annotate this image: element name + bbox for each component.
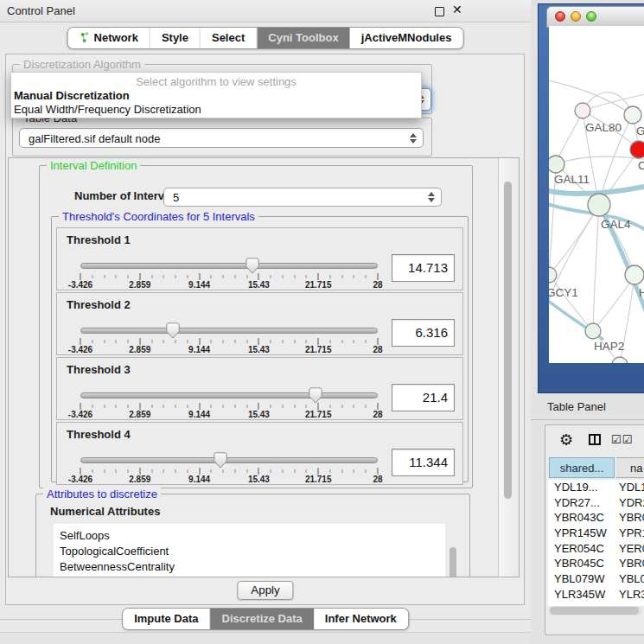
tab-label: Select	[212, 31, 245, 44]
threshold-value-box[interactable]: 14.713	[392, 254, 455, 282]
settings-vertical-scrollbar[interactable]	[498, 158, 519, 577]
node-h[interactable]	[625, 265, 644, 284]
minimize-traffic-light-icon[interactable]	[571, 11, 581, 22]
slider-handle[interactable]	[214, 452, 227, 469]
tick-mark	[223, 469, 224, 473]
zoom-traffic-light-icon[interactable]	[586, 11, 596, 22]
slider-track[interactable]	[80, 392, 378, 399]
tab-select[interactable]: Select	[201, 28, 257, 48]
tick-mark	[234, 275, 235, 278]
tick-mark	[282, 405, 283, 408]
tick-mark	[128, 469, 129, 473]
table-row[interactable]: YBR043CYBR043C	[548, 510, 644, 526]
numerical-attributes-list[interactable]: SelfLoopsTopologicalCoefficientBetweenne…	[54, 524, 445, 577]
threshold-slider[interactable]: -3.4262.8599.14415.4321.71528	[80, 259, 378, 289]
attributes-list-scrollbar[interactable]	[448, 524, 459, 577]
tick-mark	[223, 405, 224, 408]
tick-mark	[354, 469, 354, 473]
tick-mark	[294, 469, 295, 473]
node-unlabeled-pink[interactable]	[575, 103, 590, 118]
network-edge	[593, 275, 634, 331]
interval-definition-title: Interval Definition	[47, 159, 140, 172]
table-row[interactable]: YDR27...YDR27...	[548, 495, 644, 511]
tick-label: -3.426	[68, 345, 92, 354]
table-rows[interactable]: YDL19...YDL19...YDR27...YDR27...YBR043CY…	[548, 480, 644, 606]
slider-track[interactable]	[80, 328, 378, 334]
apply-button[interactable]: Apply	[237, 581, 293, 600]
attribute-list-item[interactable]: SelfLoops	[54, 528, 445, 544]
bottom-tab-infer-network[interactable]: Infer Network	[314, 609, 408, 629]
tick-label: -3.426	[68, 475, 92, 484]
table-row[interactable]: YBR045CYBR045C	[548, 556, 644, 571]
table-horizontal-scrollbar[interactable]	[549, 606, 642, 615]
select-columns-icons[interactable]: ☑☑	[611, 433, 633, 446]
tick-mark	[246, 340, 247, 343]
network-window-titlebar[interactable]	[546, 6, 644, 28]
bottom-strip	[0, 632, 531, 644]
threshold-value-box[interactable]: 6.316	[392, 319, 455, 347]
node-red[interactable]	[630, 141, 644, 158]
tab-jactivemnodules[interactable]: jActiveMNodules	[350, 28, 463, 48]
column-header-name[interactable]: na	[616, 457, 644, 478]
cell-shared-name: YDR27...	[554, 495, 600, 511]
slider-track[interactable]	[80, 457, 378, 463]
tab-cyni-toolbox[interactable]: Cyni Toolbox	[257, 28, 349, 48]
tick-mark	[366, 405, 367, 408]
scrollbar-thumb[interactable]	[550, 607, 639, 615]
tick-mark	[211, 469, 212, 473]
scrollbar-thumb[interactable]	[504, 182, 512, 499]
slider-handle[interactable]	[166, 322, 180, 339]
threshold-value-box[interactable]: 11.344	[392, 449, 455, 476]
node-top-right[interactable]	[624, 106, 641, 124]
tick-mark	[151, 340, 152, 343]
table-row[interactable]: YPR145WYPR145W	[548, 526, 644, 541]
table-data-combobox[interactable]: galFiltered.sif default node	[19, 128, 424, 148]
threshold-slider[interactable]: -3.4262.8599.14415.4321.71528	[80, 324, 378, 354]
tick-mark	[378, 468, 379, 475]
close-traffic-light-icon[interactable]	[555, 11, 565, 22]
split-table-icon[interactable]	[589, 434, 601, 445]
threshold-slider[interactable]: -3.4262.8599.14415.4321.71528	[80, 389, 378, 418]
slider-track[interactable]	[80, 263, 378, 269]
tick-label: 2.859	[129, 280, 150, 290]
bottom-tab-discretize-data[interactable]: Discretize Data	[211, 609, 314, 629]
slider-tick-labels: -3.4262.8599.14415.4321.71528	[80, 280, 378, 290]
bottom-tab-impute-data[interactable]: Impute Data	[123, 609, 210, 629]
column-header-shared-name[interactable]: shared...	[549, 457, 615, 478]
tick-label: 28	[373, 280, 382, 290]
table-row[interactable]: YBL079WYBL079W	[548, 571, 644, 587]
tab-style[interactable]: Style	[150, 28, 201, 48]
threshold-value-box[interactable]: 21.4	[392, 384, 455, 411]
tick-mark	[366, 340, 367, 343]
slider-handle[interactable]	[309, 387, 322, 404]
threshold-slider[interactable]: -3.4262.8599.14415.4321.71528	[80, 454, 378, 483]
tab-network[interactable]: Network	[68, 28, 150, 48]
node-gal4[interactable]	[588, 194, 610, 216]
scrollbar-thumb[interactable]	[450, 547, 456, 577]
attribute-list-item[interactable]: BetweennessCentrality	[54, 559, 445, 575]
network-canvas[interactable]: GAL80GACGAL11GAL4GCY1HHAP2	[549, 26, 644, 363]
tick-mark	[211, 405, 212, 408]
tick-label: 9.144	[188, 410, 210, 419]
node-hap2[interactable]	[585, 323, 601, 339]
float-window-icon[interactable]	[435, 7, 444, 16]
gear-icon[interactable]: ⚙	[559, 430, 573, 450]
node-gal11[interactable]	[549, 156, 564, 173]
tick-mark	[378, 338, 379, 345]
number-of-intervals-combobox[interactable]: 5	[163, 188, 442, 207]
dropdown-option[interactable]: Manual Discretization	[11, 89, 421, 103]
tick-mark	[258, 403, 259, 410]
dropdown-placeholder-option[interactable]: Select algorithm to view settings	[11, 73, 421, 89]
table-row[interactable]: YER054CYER054C	[548, 541, 644, 557]
slider-handle[interactable]	[245, 258, 259, 274]
tick-mark	[175, 469, 176, 473]
tick-mark	[354, 275, 354, 278]
attribute-list-item[interactable]: TopologicalCoefficient	[54, 544, 445, 559]
dropdown-option[interactable]: Equal Width/Frequency Discretization	[11, 103, 421, 117]
close-icon[interactable]: ✕	[452, 3, 462, 16]
table-row[interactable]: YLR345WYLR345W	[548, 587, 644, 603]
tick-mark	[163, 340, 164, 343]
table-row[interactable]: YDL19...YDL19...	[548, 480, 644, 495]
node-gcy1[interactable]	[549, 267, 557, 283]
tab-label: jActiveMNodules	[361, 31, 452, 44]
